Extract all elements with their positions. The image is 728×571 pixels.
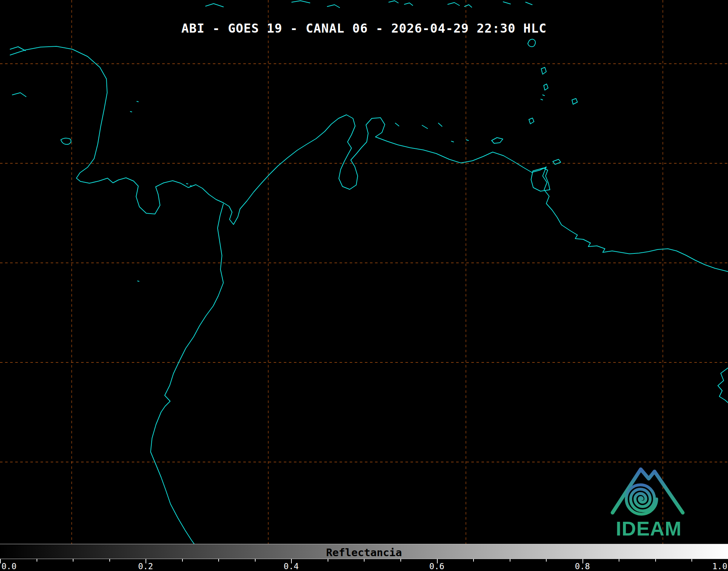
tick-label-0.2: 0.2 bbox=[138, 562, 153, 571]
tick-label-0.4: 0.4 bbox=[284, 562, 299, 571]
tick-label-0.6: 0.6 bbox=[429, 562, 445, 571]
coast-tobago bbox=[553, 159, 561, 164]
reflectance-colorbar: Reflectancia bbox=[0, 544, 728, 559]
satellite-map-canvas: ABI - GOES 19 - CANAL 06 - 2026-04-29 22… bbox=[0, 0, 728, 544]
tick-label-0: 0.0 bbox=[1, 562, 17, 571]
tick-label-0.8: 0.8 bbox=[575, 562, 590, 571]
ideam-logo-mark bbox=[605, 455, 692, 520]
coast-top-fragments bbox=[206, 1, 532, 8]
coast-pacific-south-america bbox=[151, 204, 223, 544]
ideam-logo-text: IDEAM bbox=[605, 517, 692, 540]
colorbar-title: Reflectancia bbox=[0, 546, 728, 559]
tick-label-1.0: 1.0 bbox=[712, 562, 727, 571]
coast-lakes-islets bbox=[61, 101, 192, 281]
coast-caribbean-venezuela bbox=[240, 115, 728, 272]
coast-bottom-right-fragment bbox=[718, 368, 728, 403]
colorbar-tick-labels: 0.0 0.2 0.4 0.6 0.8 1.0 bbox=[0, 562, 728, 571]
coast-lesser-antilles bbox=[528, 39, 577, 124]
coast-central-america bbox=[10, 46, 240, 224]
cyclone-spiral-icon bbox=[626, 485, 657, 514]
ideam-logo: IDEAM bbox=[605, 455, 692, 544]
coast-margarita bbox=[492, 138, 503, 143]
image-title: ABI - GOES 19 - CANAL 06 - 2026-04-29 22… bbox=[0, 21, 728, 35]
coast-abc-islands bbox=[395, 123, 468, 142]
